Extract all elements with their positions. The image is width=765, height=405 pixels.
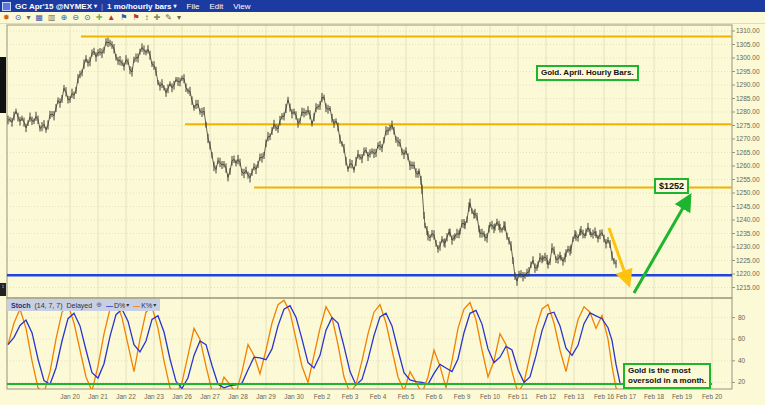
date-tick-label: Feb 16 bbox=[594, 393, 614, 400]
date-tick-label: Jan 29 bbox=[256, 393, 276, 400]
date-tick-label: Feb 2 bbox=[314, 393, 331, 400]
legend-k[interactable]: — K% ▾ bbox=[133, 302, 156, 309]
chart-canvas[interactable] bbox=[0, 0, 765, 405]
price-tick-label: 1280.00 bbox=[736, 108, 760, 115]
price-tick-label: 1285.00 bbox=[736, 95, 760, 102]
price-tick-label: 1310.00 bbox=[736, 27, 760, 34]
d-label: D% bbox=[114, 302, 125, 309]
annotation-text: Gold. April. Hourly Bars. bbox=[541, 68, 634, 77]
date-tick-label: Jan 23 bbox=[144, 393, 164, 400]
date-tick-label: Feb 18 bbox=[644, 393, 664, 400]
price-tick-label: 1260.00 bbox=[736, 162, 760, 169]
price-tick-label: 1235.00 bbox=[736, 230, 760, 237]
date-tick-label: Feb 10 bbox=[480, 393, 500, 400]
price-tick-label: 1220.00 bbox=[736, 270, 760, 277]
date-tick-label: Jan 27 bbox=[200, 393, 220, 400]
chevron-down-icon: ▾ bbox=[153, 302, 156, 308]
annotation-text-line1: Gold is the most bbox=[628, 366, 706, 376]
k-line-swatch: — bbox=[133, 302, 140, 309]
annotation-price-target[interactable]: $1252 bbox=[654, 178, 689, 194]
price-tick-label: 1295.00 bbox=[736, 68, 760, 75]
indicator-status: Delayed bbox=[66, 302, 92, 309]
price-tick-label: 1270.00 bbox=[736, 135, 760, 142]
price-tick-label: 1255.00 bbox=[736, 176, 760, 183]
price-tick-label: 1305.00 bbox=[736, 41, 760, 48]
date-tick-label: Jan 28 bbox=[228, 393, 248, 400]
price-tick-label: 1215.00 bbox=[736, 284, 760, 291]
date-tick-label: Feb 4 bbox=[370, 393, 387, 400]
date-tick-label: Jan 30 bbox=[284, 393, 304, 400]
stoch-tick-label: 40 bbox=[738, 357, 745, 364]
stoch-tick-label: 60 bbox=[738, 335, 745, 342]
date-tick-label: Feb 9 bbox=[454, 393, 471, 400]
stochastic-header: Stoch (14, 7, 7) Delayed ⊕ — D% ▾ — K% ▾ bbox=[7, 299, 160, 311]
trading-app-window: GC Apr'15 @NYMEX ▾ | 1 mo/hourly bars ▾ … bbox=[0, 0, 765, 405]
indicator-name[interactable]: Stoch bbox=[11, 302, 30, 309]
price-tick-label: 1300.00 bbox=[736, 54, 760, 61]
k-label: K% bbox=[141, 302, 152, 309]
indicator-settings-icon[interactable]: ⊕ bbox=[96, 301, 102, 309]
annotation-text-line2: oversold in a month. bbox=[628, 376, 706, 386]
price-tick-label: 1225.00 bbox=[736, 257, 760, 264]
d-line-swatch: — bbox=[106, 302, 113, 309]
indicator-params: (14, 7, 7) bbox=[34, 302, 62, 309]
date-tick-label: Feb 5 bbox=[398, 393, 415, 400]
date-tick-label: Feb 20 bbox=[702, 393, 722, 400]
date-tick-label: Jan 20 bbox=[60, 393, 80, 400]
date-tick-label: Jan 21 bbox=[88, 393, 108, 400]
scroll-toggle[interactable]: ↕ bbox=[0, 283, 6, 296]
date-tick-label: Feb 12 bbox=[536, 393, 556, 400]
date-tick-label: Feb 17 bbox=[616, 393, 636, 400]
stoch-tick-label: 80 bbox=[738, 314, 745, 321]
price-tick-label: 1240.00 bbox=[736, 216, 760, 223]
price-tick-label: 1230.00 bbox=[736, 243, 760, 250]
stoch-tick-label: 20 bbox=[738, 378, 745, 385]
date-tick-label: Feb 11 bbox=[508, 393, 528, 400]
chevron-down-icon: ▾ bbox=[126, 302, 129, 308]
left-scrollbar[interactable] bbox=[0, 57, 6, 113]
date-tick-label: Jan 22 bbox=[116, 393, 136, 400]
date-tick-label: Jan 26 bbox=[172, 393, 192, 400]
price-tick-label: 1265.00 bbox=[736, 149, 760, 156]
price-tick-label: 1275.00 bbox=[736, 122, 760, 129]
price-tick-label: 1250.00 bbox=[736, 189, 760, 196]
price-target-text: $1252 bbox=[659, 181, 684, 191]
date-tick-label: Feb 19 bbox=[672, 393, 692, 400]
date-tick-label: Feb 3 bbox=[342, 393, 359, 400]
legend-d[interactable]: — D% ▾ bbox=[106, 302, 129, 309]
annotation-hourly-bars[interactable]: Gold. April. Hourly Bars. bbox=[536, 65, 639, 81]
date-tick-label: Feb 13 bbox=[564, 393, 584, 400]
annotation-oversold[interactable]: Gold is the most oversold in a month. bbox=[623, 363, 711, 389]
date-tick-label: Feb 6 bbox=[426, 393, 443, 400]
price-tick-label: 1290.00 bbox=[736, 81, 760, 88]
price-tick-label: 1245.00 bbox=[736, 203, 760, 210]
